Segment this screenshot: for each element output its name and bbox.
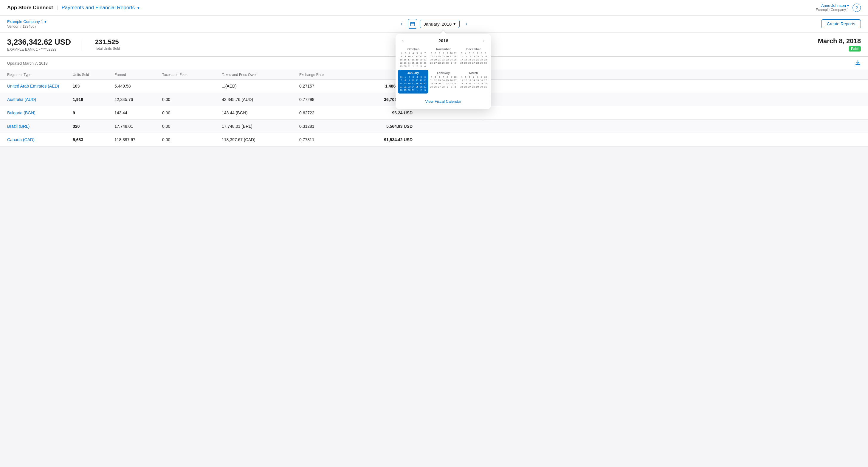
next-month-button[interactable]: › bbox=[462, 20, 470, 28]
units-bgn: 9 bbox=[73, 110, 115, 115]
cal-month-grid: October 1234567 891011121314 15161718192… bbox=[396, 45, 491, 95]
units-label: Total Units Sold bbox=[95, 46, 120, 51]
rate-bgn: 0.62722 bbox=[299, 110, 353, 115]
calendar-grid-icon[interactable] bbox=[408, 19, 417, 29]
app-store-title: App Store Connect bbox=[7, 5, 53, 11]
cal-next-year-button[interactable]: › bbox=[482, 37, 487, 43]
cal-month-january[interactable]: January 31123456 78910111213 14151617181… bbox=[398, 70, 428, 94]
month-year-selector[interactable]: January, 2018 ▾ bbox=[420, 20, 460, 28]
units-aud: 1,919 bbox=[73, 97, 115, 102]
earned-bgn: 143.44 bbox=[115, 110, 162, 115]
rate-aud: 0.77298 bbox=[299, 97, 353, 102]
region-brl[interactable]: Brazil (BRL) bbox=[7, 124, 73, 129]
adjusted-cad: 118,397.67 (CAD) bbox=[222, 137, 299, 142]
col-earned: Earned bbox=[115, 73, 162, 77]
user-info: Anne Johnson ▾ Example Company 1 bbox=[816, 3, 849, 12]
units-uae: 103 bbox=[73, 84, 115, 89]
company-name-top: Example Company 1 bbox=[816, 8, 849, 12]
rate-brl: 0.31281 bbox=[299, 124, 353, 129]
summary-divider bbox=[83, 38, 83, 50]
help-button[interactable]: ? bbox=[852, 4, 861, 12]
cal-month-november[interactable]: November 567891011 12131415161718 192021… bbox=[428, 46, 459, 70]
adjusted-bgn: 143.44 (BGN) bbox=[222, 110, 299, 115]
popup-arrow bbox=[440, 30, 446, 34]
download-icon[interactable] bbox=[855, 60, 861, 67]
bank-info: EXAMPLE BANK 1 - ****52329 bbox=[7, 47, 71, 52]
payment-date: March 8, 2018 bbox=[818, 37, 861, 45]
rate-uae: 0.27157 bbox=[299, 84, 353, 89]
cal-prev-year-button[interactable]: ‹ bbox=[400, 37, 405, 43]
region-bgn[interactable]: Bulgaria (BGN) bbox=[7, 110, 73, 115]
cal-year-label: 2018 bbox=[438, 38, 448, 43]
col-rate: Exchange Rate bbox=[299, 73, 353, 77]
date-nav-controls: ‹ January, 2018 ▾ › ‹ 2018 › bbox=[397, 19, 470, 29]
col-taxes: Taxes and Fees bbox=[162, 73, 222, 77]
proceeds-bgn: 96.24 USD bbox=[353, 110, 412, 115]
proceeds-cad: 91,534.42 USD bbox=[353, 137, 412, 142]
total-amount-block: 3,236,342.62 USD EXAMPLE BANK 1 - ****52… bbox=[7, 37, 71, 52]
units-block: 231,525 Total Units Sold bbox=[95, 38, 120, 51]
units-brl: 320 bbox=[73, 124, 115, 129]
adjusted-uae: ...(AED) bbox=[222, 84, 299, 89]
total-amount: 3,236,342.62 USD bbox=[7, 37, 71, 47]
taxes-brl: 0.00 bbox=[162, 124, 222, 129]
cal-month-march[interactable]: March 45678910 11121314151617 1819202122… bbox=[459, 70, 489, 94]
units-cad: 5,683 bbox=[73, 137, 115, 142]
payments-dropdown-icon: ▾ bbox=[137, 6, 140, 10]
table-row: Canada (CAD) 5,683 118,397.67 0.00 118,3… bbox=[0, 133, 868, 146]
svg-rect-0 bbox=[410, 22, 414, 26]
view-fiscal-calendar-link[interactable]: View Fiscal Calendar bbox=[396, 96, 491, 107]
taxes-bgn: 0.00 bbox=[162, 110, 222, 115]
month-dropdown-icon: ▾ bbox=[454, 21, 456, 27]
svg-rect-4 bbox=[856, 64, 860, 65]
cal-month-february[interactable]: February 45678910 11121314151617 1819202… bbox=[428, 70, 459, 94]
region-aud[interactable]: Australia (AUD) bbox=[7, 97, 73, 102]
earned-aud: 42,345.76 bbox=[115, 97, 162, 102]
table-row: Brazil (BRL) 320 17,748.01 0.00 17,748.0… bbox=[0, 120, 868, 133]
company-selector-block: Example Company 1 ▾ Vendor # 1234567 bbox=[7, 19, 46, 29]
user-dropdown-icon: ▾ bbox=[847, 4, 849, 8]
paid-badge: Paid bbox=[848, 46, 861, 52]
top-bar-left: App Store Connect | Payments and Financi… bbox=[7, 5, 140, 11]
adjusted-aud: 42,345.76 (AUD) bbox=[222, 97, 299, 102]
proceeds-brl: 5,564.93 USD bbox=[353, 124, 412, 129]
adjusted-brl: 17,748.01 (BRL) bbox=[222, 124, 299, 129]
cal-month-october[interactable]: October 1234567 891011121314 15161718192… bbox=[398, 46, 428, 70]
rate-cad: 0.77311 bbox=[299, 137, 353, 142]
region-cad[interactable]: Canada (CAD) bbox=[7, 137, 73, 142]
cal-year-nav: ‹ 2018 › bbox=[396, 34, 491, 45]
col-units: Units Sold bbox=[73, 73, 115, 77]
taxes-cad: 0.00 bbox=[162, 137, 222, 142]
user-name[interactable]: Anne Johnson bbox=[821, 3, 846, 8]
earned-uae: 5,449.58 bbox=[115, 84, 162, 89]
col-adjusted: Taxes and Fees Owed bbox=[222, 73, 299, 77]
col-region: Region or Type bbox=[7, 73, 73, 77]
company-selector[interactable]: Example Company 1 ▾ bbox=[7, 19, 46, 24]
payment-date-block: March 8, 2018 Paid bbox=[818, 37, 861, 52]
prev-month-button[interactable]: ‹ bbox=[397, 20, 405, 28]
sub-header: Example Company 1 ▾ Vendor # 1234567 ‹ J… bbox=[0, 15, 868, 32]
taxes-aud: 0.00 bbox=[162, 97, 222, 102]
create-reports-button[interactable]: Create Reports bbox=[821, 19, 861, 28]
top-bar-right: Anne Johnson ▾ Example Company 1 ? bbox=[816, 3, 861, 12]
company-dropdown-icon: ▾ bbox=[44, 19, 46, 24]
vendor-number: Vendor # 1234567 bbox=[7, 25, 46, 29]
cal-month-december[interactable]: December 3456789 10111213141516 17181920… bbox=[459, 46, 489, 70]
region-uae[interactable]: United Arab Emirates (AED) bbox=[7, 84, 73, 89]
payments-financial-title[interactable]: Payments and Financial Reports ▾ bbox=[61, 5, 139, 11]
earned-brl: 17,748.01 bbox=[115, 124, 162, 129]
total-units: 231,525 bbox=[95, 38, 120, 46]
top-bar: App Store Connect | Payments and Financi… bbox=[0, 0, 868, 15]
earned-cad: 118,397.67 bbox=[115, 137, 162, 142]
updated-text: Updated March 7, 2018 bbox=[7, 61, 48, 66]
calendar-popup: ‹ 2018 › October 1234567 891011121314 15… bbox=[396, 34, 491, 109]
